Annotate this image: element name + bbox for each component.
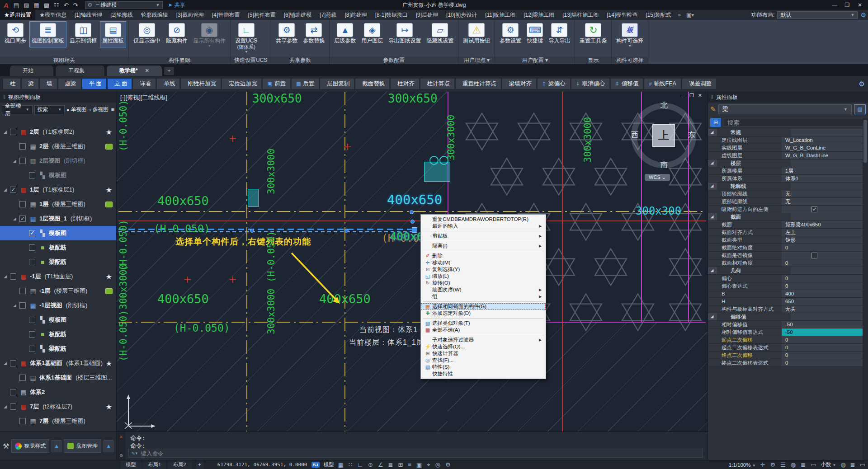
element-type-select[interactable]: 梁 ▼	[718, 104, 852, 114]
new-file-icon[interactable]: ▤	[11, 2, 21, 9]
property-row[interactable]: 相对偏移值 -50	[708, 321, 863, 328]
viewport-controls[interactable]: [-][俯视][二维线框]	[120, 94, 167, 102]
ribbon-button[interactable]: 板构件可选择▾	[614, 21, 646, 49]
wrench-icon[interactable]: ⚙	[119, 452, 123, 459]
tree-checkbox[interactable]	[29, 317, 35, 323]
tree-row[interactable]: ▤ 体系1基础面 (楼层三维图...	[0, 371, 116, 385]
ribbon-tab[interactable]: [2]轮廓线	[106, 10, 137, 20]
context-menu-item[interactable]: 绘图次序(W) ▶	[421, 286, 546, 293]
restore-button[interactable]: ❐	[841, 2, 854, 8]
property-value[interactable]	[791, 129, 863, 136]
model-space-button[interactable]: 模型	[324, 461, 334, 468]
snap-icon[interactable]: ∷	[349, 461, 352, 469]
property-row[interactable]: 截面相对角度 0	[708, 259, 863, 267]
context-menu-item[interactable]: ✛ 移动(M)	[421, 259, 546, 266]
isolate-icon[interactable]: ◍	[791, 461, 796, 468]
property-value[interactable]: 矩形梁400x650	[782, 221, 863, 228]
toolbar-button[interactable]: 刚性杆加宽	[181, 79, 221, 89]
property-checkbox[interactable]	[811, 253, 817, 258]
toolbar-button[interactable]: 定位边加宽	[222, 79, 262, 89]
single-view-radio[interactable]: ●单视图	[66, 106, 86, 113]
expander-icon[interactable]: ◢	[13, 303, 19, 308]
property-value[interactable]: W_Location	[782, 136, 863, 144]
tree-row[interactable]: ▤ -1层 (楼层三维图)	[0, 284, 116, 298]
property-row[interactable]: 截面是否镜像	[708, 252, 863, 259]
ribbon-button[interactable]: ⚙参数设置	[497, 21, 524, 46]
favorite-star-icon[interactable]: ★	[106, 403, 112, 411]
toolbar-button[interactable]: #轴线FEA	[644, 79, 680, 89]
property-row[interactable]: 终点二次偏移表达式 0	[708, 359, 863, 367]
ribbon-tab[interactable]: [13]墙柱施工图	[558, 10, 603, 20]
context-menu-item[interactable]: ⊞ 快速计算器	[421, 350, 546, 357]
lineweight-icon[interactable]: ≡	[408, 461, 411, 469]
context-menu-item[interactable]	[423, 335, 543, 335]
ribbon-group-label[interactable]: 用户埋点 ▾	[458, 56, 495, 64]
ribbon-tab[interactable]: [3]截面管理	[172, 10, 208, 20]
toolbar-button[interactable]: 误差调整	[682, 79, 716, 89]
ribbon-tab[interactable]: ★模型信息	[35, 10, 71, 20]
ribbon-button[interactable]: ⌨快捷键	[524, 21, 545, 46]
property-row[interactable]: 构件与板标高对齐方式 无关	[708, 305, 863, 313]
grip-point[interactable]	[410, 220, 415, 224]
property-row[interactable]: 轮廓线	[708, 183, 863, 190]
toolbar-button[interactable]: 层图复制	[320, 79, 354, 89]
property-value[interactable]: -50	[782, 328, 863, 336]
compass-south[interactable]: 南	[660, 160, 668, 170]
panel-drag-handle[interactable]: ‖	[711, 94, 713, 100]
toolbar-button[interactable]: 截面替换	[355, 79, 389, 89]
ribbon-group-label[interactable]: 用户配置 ▾	[495, 56, 575, 64]
selection-cycling-icon[interactable]: ⌖	[427, 461, 430, 469]
context-menu-item[interactable]: ✚ 添加选定对象(D)	[421, 310, 546, 317]
layout-tab[interactable]: 布局2	[167, 460, 191, 469]
grip-square[interactable]	[412, 227, 417, 233]
property-value[interactable]: 0	[782, 275, 863, 282]
context-menu-item[interactable]: ◱ 缩放(L)	[421, 273, 546, 280]
save-icon[interactable]: ▦	[31, 2, 41, 9]
ribbon-tab[interactable]: [9]后处理	[412, 10, 442, 20]
context-menu-item[interactable]: ↻ 旋转(O)	[421, 280, 546, 286]
toolbar-button[interactable]: 梁墙对齐	[502, 79, 536, 89]
context-menu-item[interactable]: ✐ 删除	[421, 253, 546, 259]
ribbon-button[interactable]: ⊘隐藏构件	[164, 21, 190, 47]
property-row[interactable]: 所属体系 体系1	[708, 175, 863, 183]
ribbon-button[interactable]: ⚙共享参数	[274, 21, 300, 46]
property-value[interactable]: 左上	[782, 229, 863, 236]
dynamic-input-icon[interactable]: ⊞	[398, 461, 403, 469]
scale-indicator[interactable]: 1:1/100% ▼	[729, 462, 756, 468]
tree-checkbox[interactable]	[29, 172, 35, 178]
settings-icon[interactable]: ⚙	[770, 461, 775, 468]
close-tab-icon[interactable]: ✕	[145, 66, 149, 76]
tree-checkbox[interactable]	[10, 273, 16, 280]
tree-checkbox[interactable]	[29, 259, 35, 265]
ribbon-tab[interactable]: [14]模型检查	[603, 10, 642, 20]
units-select[interactable]: 小数 ▼	[821, 461, 836, 468]
ribbon-button[interactable]: ≣视图控制面板	[29, 21, 66, 47]
expander-icon[interactable]: ◢	[13, 159, 19, 163]
layout-tab[interactable]: 布局1	[142, 460, 166, 469]
grid-icon[interactable]: ▦	[338, 461, 344, 469]
context-menu-item[interactable]: 隔离(I) ▶	[421, 243, 546, 249]
property-checkbox[interactable]	[811, 206, 817, 212]
tree-row[interactable]: ▤ 1层 (楼层三维图)	[0, 197, 116, 211]
property-value[interactable]: 0	[782, 282, 863, 290]
tree-row[interactable]: ■ 梁配筋	[0, 255, 116, 269]
property-row[interactable]: 吸附前进方向的左侧	[708, 206, 863, 213]
multi-view-radio[interactable]: ○多视图	[88, 106, 108, 113]
undo-icon[interactable]: ↶	[61, 2, 71, 9]
context-menu-item[interactable]: ◎ 查找(F)...	[421, 357, 546, 364]
tree-row[interactable]: ■ 板配筋	[0, 240, 116, 255]
expander-icon[interactable]: ◢	[4, 130, 10, 134]
ribbon-tab[interactable]: [4]智能布置	[208, 10, 244, 20]
canvas-close-icon[interactable]: ✕	[698, 93, 702, 98]
hardware-accel-icon[interactable]: ≣	[801, 461, 806, 468]
property-row[interactable]: 偏移值	[708, 313, 863, 321]
screen-icon[interactable]: ▭	[860, 461, 865, 468]
base-map-button[interactable]: 底图管理	[64, 439, 101, 453]
expander-icon[interactable]: ◢	[13, 216, 19, 221]
property-row[interactable]: 所属楼层 1层	[708, 167, 863, 175]
base-map-up-button[interactable]: ▲	[104, 440, 113, 452]
favorite-star-icon[interactable]: ★	[106, 359, 112, 368]
layout-picker-select[interactable]: 默认 ▼	[777, 11, 858, 19]
app-logo-icon[interactable]: A	[2, 1, 10, 9]
ribbon-button[interactable]: ◎仅显示选中	[131, 21, 163, 47]
